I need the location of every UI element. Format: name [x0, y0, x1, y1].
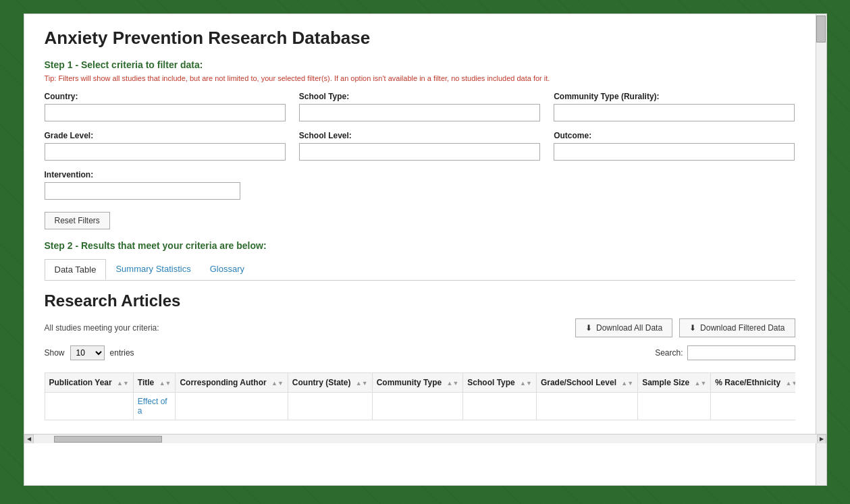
vertical-scrollbar[interactable] [816, 14, 826, 485]
sort-arrows-title: ▲▼ [159, 380, 171, 387]
sort-arrows-pub-year: ▲▼ [117, 380, 129, 387]
cell-race [711, 393, 795, 420]
school-level-label: School Level: [299, 131, 540, 140]
download-all-icon: ⬇ [585, 323, 592, 333]
school-type-filter-group: School Type: [299, 92, 540, 121]
reset-filters-button[interactable]: Reset Filters [45, 212, 110, 229]
th-title-label: Title [138, 378, 154, 387]
school-type-label: School Type: [299, 92, 540, 101]
results-title: Research Articles [45, 291, 795, 310]
tab-glossary[interactable]: Glossary [201, 259, 254, 280]
cell-school-type [463, 393, 537, 420]
th-community-type-label: Community Type [377, 378, 442, 387]
horizontal-scrollbar[interactable]: ◀ ▶ [24, 434, 826, 443]
tip-text: Tip: Filters will show all studies that … [45, 74, 795, 82]
th-grade-school-level[interactable]: Grade/School Level ▲▼ [536, 373, 637, 393]
th-race-ethnicity[interactable]: % Race/Ethnicity ▲▼ [711, 373, 795, 393]
scroll-left-arrow[interactable]: ◀ [24, 435, 34, 444]
th-country[interactable]: Country (State) ▲▼ [288, 373, 372, 393]
tab-summary-statistics[interactable]: Summary Statistics [106, 259, 200, 280]
table-controls-row: Show 10 25 50 100 entries Search: [45, 345, 795, 367]
step2-heading: Step 2 - Results that meet your criteria… [45, 240, 795, 251]
title-link[interactable]: Effect of a [138, 397, 167, 416]
grade-level-label: Grade Level: [45, 131, 286, 140]
search-label: Search: [655, 348, 683, 358]
grade-level-input[interactable] [45, 143, 286, 161]
outcome-filter-group: Outcome: [554, 131, 795, 161]
th-country-label: Country (State) [292, 378, 351, 387]
criteria-text: All studies meeting your criteria: [45, 323, 159, 333]
data-table: Publication Year ▲▼ Title ▲▼ Correspondi… [45, 372, 795, 420]
show-entries-select[interactable]: 10 25 50 100 [70, 345, 105, 360]
intervention-label: Intervention: [45, 170, 240, 179]
sort-arrows-school-type: ▲▼ [520, 380, 532, 387]
scrollbar-thumb[interactable] [816, 16, 826, 43]
country-filter-group: Country: [45, 92, 286, 121]
th-pub-year[interactable]: Publication Year ▲▼ [45, 373, 133, 393]
th-pub-year-label: Publication Year [49, 378, 112, 387]
download-all-label: Download All Data [596, 323, 662, 333]
results-controls: All studies meeting your criteria: ⬇ Dow… [45, 318, 795, 337]
th-corresponding-author[interactable]: Corresponding Author ▲▼ [176, 373, 288, 393]
school-level-filter-group: School Level: [299, 131, 540, 161]
scroll-right-arrow[interactable]: ▶ [817, 435, 826, 444]
sort-arrows-race: ▲▼ [785, 380, 795, 387]
scrollbar-track[interactable] [34, 435, 817, 443]
sort-arrows-sample: ▲▼ [695, 380, 707, 387]
community-type-input[interactable] [554, 104, 795, 121]
filter-row-1: Country: School Type: Community Type (Ru… [45, 92, 795, 121]
country-label: Country: [45, 92, 286, 101]
download-all-button[interactable]: ⬇ Download All Data [575, 318, 672, 337]
sort-arrows-community: ▲▼ [446, 380, 458, 387]
country-input[interactable] [45, 104, 286, 121]
intervention-input[interactable] [45, 182, 240, 200]
th-corresponding-author-label: Corresponding Author [180, 378, 266, 387]
show-entries-control: Show 10 25 50 100 entries [45, 345, 134, 360]
grade-level-filter-group: Grade Level: [45, 131, 286, 161]
cell-pub-year [45, 393, 133, 420]
main-container: Anxiety Prevention Research Database Ste… [24, 13, 827, 486]
tab-data-table[interactable]: Data Table [45, 259, 107, 280]
step1-heading: Step 1 - Select criteria to filter data: [45, 59, 795, 70]
page-title: Anxiety Prevention Research Database [45, 28, 795, 49]
th-title[interactable]: Title ▲▼ [133, 373, 176, 393]
th-race-ethnicity-label: % Race/Ethnicity [715, 378, 780, 387]
cell-country [288, 393, 372, 420]
cell-sample [638, 393, 711, 420]
download-buttons: ⬇ Download All Data ⬇ Download Filtered … [575, 318, 795, 337]
sort-arrows-grade: ▲▼ [621, 380, 633, 387]
th-sample-size[interactable]: Sample Size ▲▼ [638, 373, 711, 393]
sort-arrows-author: ▲▼ [271, 380, 284, 387]
cell-title: Effect of a [133, 393, 176, 420]
table-header-row: Publication Year ▲▼ Title ▲▼ Correspondi… [45, 373, 795, 393]
show-label: Show [45, 348, 65, 358]
table-wrapper: Publication Year ▲▼ Title ▲▼ Correspondi… [45, 372, 795, 420]
tabs-container: Data Table Summary Statistics Glossary [45, 259, 795, 281]
community-type-label: Community Type (Rurality): [554, 92, 795, 101]
outcome-input[interactable] [554, 143, 795, 161]
table-header: Publication Year ▲▼ Title ▲▼ Correspondi… [45, 373, 795, 393]
scrollbar-thumb-h[interactable] [54, 436, 162, 443]
intervention-filter-group: Intervention: [45, 170, 240, 200]
th-sample-size-label: Sample Size [642, 378, 689, 387]
download-filtered-label: Download Filtered Data [700, 323, 785, 333]
search-row: Search: [655, 345, 795, 360]
table-row: Effect of a [45, 393, 795, 420]
th-school-type[interactable]: School Type ▲▼ [463, 373, 537, 393]
cell-grade [536, 393, 637, 420]
tip-text-red: If an option isn't available in a filter… [334, 74, 550, 82]
search-input[interactable] [687, 345, 795, 360]
results-section: Research Articles All studies meeting yo… [45, 281, 795, 420]
intervention-row: Intervention: [45, 170, 795, 200]
cell-author [176, 393, 288, 420]
sort-arrows-country: ▲▼ [356, 380, 368, 387]
th-community-type[interactable]: Community Type ▲▼ [372, 373, 463, 393]
download-filtered-button[interactable]: ⬇ Download Filtered Data [679, 318, 795, 337]
school-level-input[interactable] [299, 143, 540, 161]
th-grade-school-level-label: Grade/School Level [541, 378, 616, 387]
content-area: Anxiety Prevention Research Database Ste… [24, 14, 816, 434]
th-school-type-label: School Type [467, 378, 514, 387]
entries-label: entries [110, 348, 134, 358]
community-type-filter-group: Community Type (Rurality): [554, 92, 795, 121]
school-type-input[interactable] [299, 104, 540, 121]
